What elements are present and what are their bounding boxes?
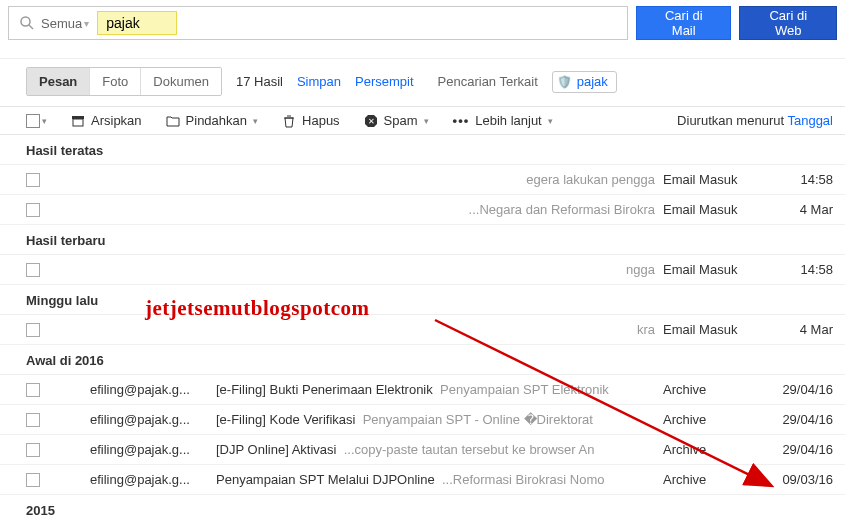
row-checkbox[interactable] <box>26 203 40 217</box>
subject-snippet: ...Negara dan Reformasi Birokra <box>210 202 663 217</box>
tab-dokumen[interactable]: Dokumen <box>141 68 221 95</box>
result-list: Hasil teratas egera lakukan pengga Email… <box>0 135 845 519</box>
related-chip-pajak[interactable]: 🛡️ pajak <box>552 71 617 93</box>
list-item[interactable]: efiling@pajak.g... [DJP Online] Aktivasi… <box>0 435 845 465</box>
list-item[interactable]: efiling@pajak.g... [e-Filing] Bukti Pene… <box>0 375 845 405</box>
list-item[interactable]: efiling@pajak.g... [e-Filing] Kode Verif… <box>0 405 845 435</box>
archive-icon <box>71 114 85 128</box>
row-checkbox[interactable] <box>26 473 40 487</box>
list-item[interactable]: egera lakukan pengga Email Masuk 14:58 <box>0 165 845 195</box>
spam-label: Spam <box>384 113 418 128</box>
row-checkbox[interactable] <box>26 383 40 397</box>
search-scope-label: Semua <box>41 16 82 31</box>
folder-icon <box>166 114 180 128</box>
date-label: 09/03/16 <box>763 472 833 487</box>
subject-snippet: ngga <box>210 262 663 277</box>
folder-label: Archive <box>663 472 763 487</box>
section-minggu-lalu: Minggu lalu <box>0 285 845 315</box>
subject: Penyampaian SPT Melalui DJPOnline ...Ref… <box>210 472 663 487</box>
row-checkbox[interactable] <box>26 173 40 187</box>
folder-label: Email Masuk <box>663 262 763 277</box>
subject-snippet: egera lakukan pengga <box>210 172 663 187</box>
simpan-link[interactable]: Simpan <box>297 74 341 89</box>
toolbar: ▾ Arsipkan Pindahkan ▾ Hapus ✕ Spam ▾ ••… <box>0 106 845 135</box>
svg-line-1 <box>29 25 33 29</box>
move-button[interactable]: Pindahkan ▾ <box>166 113 258 128</box>
sender: efiling@pajak.g... <box>40 412 210 427</box>
search-box: Semua ▾ <box>8 6 628 40</box>
folder-label: Email Masuk <box>663 172 763 187</box>
list-item[interactable]: kra Email Masuk 4 Mar <box>0 315 845 345</box>
section-hasil-teratas: Hasil teratas <box>0 135 845 165</box>
persempit-link[interactable]: Persempit <box>355 74 414 89</box>
shield-icon: 🛡️ <box>557 74 573 90</box>
date-label: 4 Mar <box>763 202 833 217</box>
select-all[interactable]: ▾ <box>26 114 47 128</box>
subject-snippet: kra <box>210 322 663 337</box>
svg-point-0 <box>21 17 30 26</box>
date-label: 29/04/16 <box>763 412 833 427</box>
row-checkbox[interactable] <box>26 413 40 427</box>
result-count: 17 Hasil <box>236 74 283 89</box>
spam-icon: ✕ <box>364 114 378 128</box>
related-chip-label: pajak <box>577 74 608 89</box>
chevron-down-icon: ▾ <box>548 116 553 126</box>
search-input[interactable] <box>106 15 166 31</box>
ellipsis-icon: ••• <box>453 113 470 128</box>
search-mail-button[interactable]: Cari di Mail <box>636 6 731 40</box>
result-tabs: Pesan Foto Dokumen <box>26 67 222 96</box>
archive-button[interactable]: Arsipkan <box>71 113 142 128</box>
search-icon <box>19 15 35 31</box>
svg-text:✕: ✕ <box>367 117 374 126</box>
chevron-down-icon: ▾ <box>253 116 258 126</box>
sort-prefix: Diurutkan menurut <box>677 113 784 128</box>
delete-label: Hapus <box>302 113 340 128</box>
folder-label: Email Masuk <box>663 202 763 217</box>
folder-label: Archive <box>663 382 763 397</box>
select-all-checkbox[interactable] <box>26 114 40 128</box>
chevron-down-icon[interactable]: ▾ <box>42 116 47 126</box>
list-item[interactable]: efiling@pajak.g... Penyampaian SPT Melal… <box>0 465 845 495</box>
chevron-down-icon: ▾ <box>424 116 429 126</box>
sender: efiling@pajak.g... <box>40 442 210 457</box>
folder-label: Email Masuk <box>663 322 763 337</box>
section-awal-2016: Awal di 2016 <box>0 345 845 375</box>
date-label: 14:58 <box>763 262 833 277</box>
date-label: 29/04/16 <box>763 382 833 397</box>
sort-value[interactable]: Tanggal <box>787 113 833 128</box>
trash-icon <box>282 114 296 128</box>
more-label: Lebih lanjut <box>475 113 542 128</box>
delete-button[interactable]: Hapus <box>282 113 340 128</box>
sort-control[interactable]: Diurutkan menurut Tanggal <box>677 113 833 128</box>
folder-label: Archive <box>663 442 763 457</box>
more-button[interactable]: ••• Lebih lanjut ▾ <box>453 113 553 128</box>
folder-label: Archive <box>663 412 763 427</box>
section-2015: 2015 <box>0 495 845 519</box>
filter-row: Pesan Foto Dokumen 17 Hasil Simpan Perse… <box>0 58 845 106</box>
search-scope-dropdown[interactable]: Semua ▾ <box>41 16 93 31</box>
date-label: 29/04/16 <box>763 442 833 457</box>
list-item[interactable]: ngga Email Masuk 14:58 <box>0 255 845 285</box>
subject: [e-Filing] Bukti Penerimaan Elektronik P… <box>210 382 663 397</box>
row-checkbox[interactable] <box>26 263 40 277</box>
archive-label: Arsipkan <box>91 113 142 128</box>
spam-button[interactable]: ✕ Spam ▾ <box>364 113 429 128</box>
search-web-button[interactable]: Cari di Web <box>739 6 837 40</box>
section-hasil-terbaru: Hasil terbaru <box>0 225 845 255</box>
chevron-down-icon: ▾ <box>84 18 89 29</box>
tab-foto[interactable]: Foto <box>90 68 141 95</box>
row-checkbox[interactable] <box>26 323 40 337</box>
subject: [DJP Online] Aktivasi ...copy-paste taut… <box>210 442 663 457</box>
row-checkbox[interactable] <box>26 443 40 457</box>
subject: [e-Filing] Kode Verifikasi Penyampaian S… <box>210 412 663 427</box>
svg-rect-3 <box>73 119 83 126</box>
date-label: 4 Mar <box>763 322 833 337</box>
sender: efiling@pajak.g... <box>40 472 210 487</box>
list-item[interactable]: ...Negara dan Reformasi Birokra Email Ma… <box>0 195 845 225</box>
tab-pesan[interactable]: Pesan <box>27 68 90 95</box>
search-input-highlight <box>97 11 177 35</box>
move-label: Pindahkan <box>186 113 247 128</box>
date-label: 14:58 <box>763 172 833 187</box>
sender: efiling@pajak.g... <box>40 382 210 397</box>
related-search-label: Pencarian Terkait <box>438 74 538 89</box>
